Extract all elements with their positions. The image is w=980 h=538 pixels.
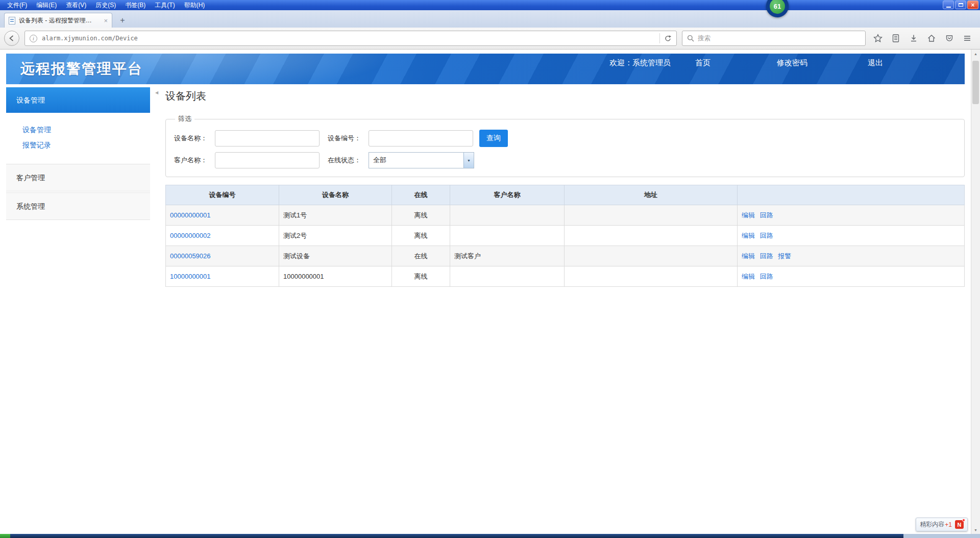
tab-favicon-icon [9, 17, 15, 25]
online-status-select[interactable]: 全部 ▼ [369, 152, 474, 168]
actions-cell: 编辑 回路 [738, 266, 965, 287]
menu-help[interactable]: 帮助(H) [180, 1, 209, 10]
status-badge: 离线 [392, 205, 450, 226]
info-icon[interactable]: i [30, 35, 37, 42]
edit-link[interactable]: 编辑 [742, 232, 755, 239]
sidebar-section-customer-mgmt[interactable]: 客户管理 [6, 164, 150, 191]
online-status-value: 全部 [369, 153, 463, 168]
url-bar[interactable]: i alarm.xjymunion.com/Device [24, 31, 677, 46]
close-button[interactable]: × [967, 1, 978, 9]
table-row: 00000059026 测试设备 在线 测试客户 编辑 回路 报警 [166, 246, 965, 266]
taskbar [0, 534, 980, 538]
menu-button[interactable] [963, 34, 972, 43]
promo-text: 精彩内容 [920, 520, 944, 529]
sidebar-section-system-mgmt[interactable]: 系统管理 [6, 192, 150, 220]
sidebar: 设备管理 设备管理 报警记录 客户管理 系统管理 [6, 84, 150, 220]
device-name-input[interactable] [215, 130, 320, 146]
circuit-link[interactable]: 回路 [760, 232, 773, 239]
page-scrollbar[interactable]: ▲ ▼ [971, 50, 980, 534]
menu-history[interactable]: 历史(S) [91, 1, 120, 10]
customer-name-label: 客户名称： [174, 156, 215, 165]
sidebar-link-device-mgmt[interactable]: 设备管理 [22, 122, 150, 137]
bookmark-star-button[interactable] [873, 34, 883, 43]
edit-link[interactable]: 编辑 [742, 252, 755, 260]
menu-file[interactable]: 文件(F) [3, 1, 31, 10]
edit-link[interactable]: 编辑 [742, 273, 755, 280]
query-button[interactable]: 查询 [479, 130, 508, 147]
restore-button[interactable] [955, 1, 966, 9]
toolbar-icons [873, 34, 972, 43]
customer-name-input[interactable] [215, 152, 320, 168]
back-button[interactable] [4, 31, 19, 46]
library-button[interactable] [891, 34, 900, 43]
window-titlebar: 文件(F) 编辑(E) 查看(V) 历史(S) 书签(B) 工具(T) 帮助(H… [0, 0, 980, 10]
search-input[interactable] [698, 35, 861, 42]
device-name-cell: 10000000001 [279, 266, 392, 287]
browser-viewport: 远程报警管理平台 欢迎：系统管理员 首页 修改密码 退出 设备管理 设备管理 报… [0, 50, 980, 534]
restore-icon [959, 3, 963, 7]
url-text[interactable]: alarm.xjymunion.com/Device [42, 35, 659, 42]
filter-panel: 筛选 设备名称： 设备编号： 查询 客户名称： 在线状态： [165, 114, 965, 177]
sidebar-collapse-icon[interactable]: ◀ [155, 90, 158, 95]
alarm-link[interactable]: 报警 [778, 252, 791, 260]
customer-cell [450, 205, 565, 226]
scroll-down-icon[interactable]: ▼ [971, 526, 980, 534]
device-name-label: 设备名称： [174, 134, 215, 143]
col-device-no: 设备编号 [166, 185, 279, 205]
web-page: 远程报警管理平台 欢迎：系统管理员 首页 修改密码 退出 设备管理 设备管理 报… [0, 50, 971, 534]
table-row: 00000000002 测试2号 离线 编辑 回路 [166, 226, 965, 246]
header-nav: 欢迎：系统管理员 首页 修改密码 退出 [609, 58, 883, 68]
minimize-button[interactable] [943, 1, 954, 9]
home-button[interactable] [927, 34, 936, 43]
menu-bookmarks[interactable]: 书签(B) [121, 1, 150, 10]
col-device-name: 设备名称 [279, 185, 392, 205]
circuit-link[interactable]: 回路 [760, 273, 773, 280]
start-button[interactable] [0, 534, 10, 538]
address-cell [565, 226, 738, 246]
promo-popup[interactable]: 精彩内容 +1 N [916, 518, 968, 531]
star-icon [873, 34, 883, 43]
tab-close-icon[interactable]: × [104, 17, 108, 25]
device-id-link[interactable]: 00000000001 [170, 211, 211, 219]
system-tray [903, 534, 980, 538]
actions-cell: 编辑 回路 报警 [738, 246, 965, 266]
sidebar-link-alarm-records[interactable]: 报警记录 [22, 137, 150, 153]
downloads-button[interactable] [909, 34, 918, 43]
back-arrow-icon [8, 34, 16, 42]
reload-icon [664, 35, 672, 42]
select-dropdown-icon[interactable]: ▼ [463, 153, 474, 168]
circuit-link[interactable]: 回路 [760, 252, 773, 260]
device-id-link[interactable]: 00000059026 [170, 252, 211, 260]
scrollbar-thumb[interactable] [972, 61, 979, 104]
navigation-toolbar: i alarm.xjymunion.com/Device [0, 28, 980, 50]
tab-bar: 设备列表 - 远程报警管理… × + [0, 10, 980, 28]
welcome-text: 欢迎：系统管理员 [609, 58, 671, 68]
reload-button[interactable] [659, 33, 672, 43]
new-tab-button[interactable]: + [116, 15, 129, 26]
filter-legend: 筛选 [175, 114, 194, 124]
table-row: 00000000001 测试1号 离线 编辑 回路 [166, 205, 965, 226]
menu-view[interactable]: 查看(V) [62, 1, 90, 10]
device-no-label: 设备编号： [328, 134, 369, 143]
sidebar-section-device-mgmt[interactable]: 设备管理 [6, 87, 150, 113]
menu-tools[interactable]: 工具(T) [151, 1, 179, 10]
sidebar-submenu: 设备管理 报警记录 [6, 113, 150, 164]
customer-cell [450, 266, 565, 287]
news-app-icon[interactable]: N [955, 520, 964, 529]
circuit-link[interactable]: 回路 [760, 211, 773, 219]
download-icon [909, 34, 918, 43]
pocket-button[interactable] [945, 34, 954, 43]
nav-logout-link[interactable]: 退出 [868, 58, 883, 68]
notification-count: 61 [770, 0, 785, 14]
device-id-link[interactable]: 10000000001 [170, 273, 211, 280]
edit-link[interactable]: 编辑 [742, 211, 755, 219]
tab-device-list[interactable]: 设备列表 - 远程报警管理… × [4, 13, 112, 28]
scroll-up-icon[interactable]: ▲ [971, 50, 980, 58]
device-no-input[interactable] [369, 130, 473, 146]
nav-change-password-link[interactable]: 修改密码 [777, 58, 807, 68]
menu-edit[interactable]: 编辑(E) [32, 1, 61, 10]
notification-dot [962, 519, 965, 522]
device-id-link[interactable]: 00000000002 [170, 232, 211, 239]
nav-home-link[interactable]: 首页 [695, 58, 710, 68]
screen: { "browser": { "menubar": ["文件(F)", "编辑(… [0, 0, 980, 538]
